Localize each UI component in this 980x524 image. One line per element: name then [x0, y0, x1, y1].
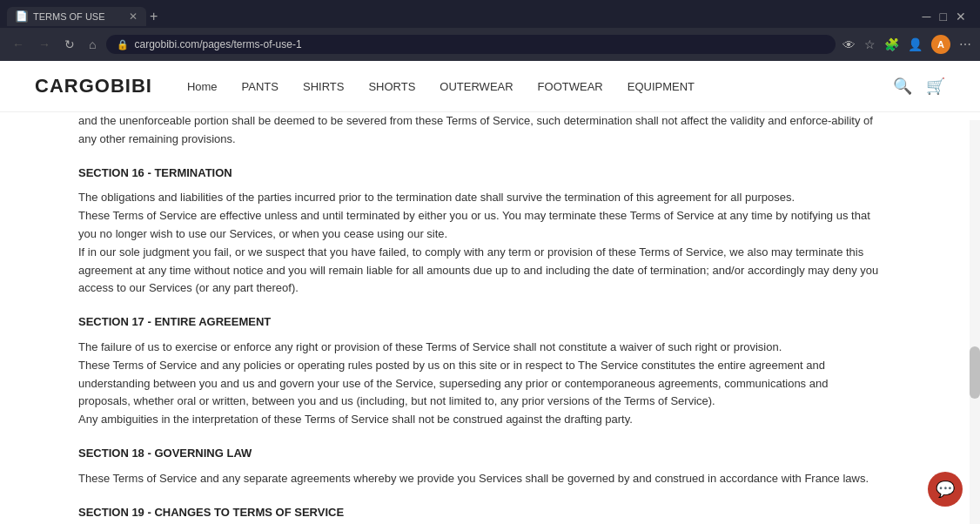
profile-icon[interactable]: 👤: [908, 37, 923, 51]
address-bar[interactable]: 🔒 cargobibi.com/pages/terms-of-use-1: [106, 35, 836, 54]
section-16-text: The obligations and liabilities of the p…: [78, 189, 879, 298]
tab-favicon: 📄: [16, 10, 28, 23]
nav-shorts[interactable]: SHORTS: [368, 80, 415, 93]
restore-button[interactable]: □: [940, 10, 947, 24]
nav-home[interactable]: Home: [187, 80, 218, 93]
scrollbar-thumb[interactable]: [970, 346, 980, 399]
section-17-header: SECTION 17 - ENTIRE AGREEMENT: [78, 313, 879, 332]
section-17-body: The failure of us to exercise or enforce…: [78, 339, 879, 429]
nav-right: 🔍 🛒: [893, 77, 945, 96]
settings-icon[interactable]: ⋯: [959, 37, 971, 51]
section-19-header: SECTION 19 - CHANGES TO TERMS OF SERVICE: [78, 504, 879, 522]
title-bar: 📄 TERMS OF USE ✕ + ─ □ ✕: [0, 0, 980, 28]
browser-tab[interactable]: 📄 TERMS OF USE ✕: [7, 7, 146, 26]
search-icon[interactable]: 🔍: [893, 77, 912, 96]
favorites-icon[interactable]: ☆: [864, 37, 876, 51]
section-17-text: The failure of us to exercise or enforce…: [78, 339, 879, 429]
nav-equipment[interactable]: EQUIPMENT: [628, 80, 695, 93]
minimize-button[interactable]: ─: [923, 10, 931, 24]
url-text: cargobibi.com/pages/terms-of-use-1: [134, 38, 301, 50]
chat-icon-symbol: 💬: [936, 480, 955, 499]
nav-pants[interactable]: PANTS: [242, 80, 279, 93]
home-button[interactable]: ⌂: [85, 36, 99, 53]
forward-button[interactable]: →: [35, 36, 54, 53]
section-18-body: These Terms of Service and any separate …: [78, 470, 879, 488]
cart-icon[interactable]: 🛒: [926, 77, 945, 96]
back-button[interactable]: ←: [9, 36, 28, 53]
nav-shirts[interactable]: SHIRTS: [303, 80, 344, 93]
chat-button[interactable]: 💬: [928, 472, 963, 507]
section-18-header: SECTION 18 - GOVERNING LAW: [78, 445, 879, 463]
section-15-end-text: and the unenforceable portion shall be d…: [78, 112, 879, 149]
nav-footwear[interactable]: FOOTWEAR: [538, 80, 603, 93]
section-16-header: SECTION 16 - TERMINATION: [78, 165, 879, 183]
section-16-body: The obligations and liabilities of the p…: [78, 189, 879, 298]
browser-right-controls: 👁 ☆ 🧩 👤 A ⋯: [842, 35, 971, 54]
extensions-icon[interactable]: 👁: [842, 37, 856, 52]
section-18-text: These Terms of Service and any separate …: [78, 470, 879, 488]
puzzle-icon[interactable]: 🧩: [884, 37, 899, 51]
new-tab-button[interactable]: +: [150, 9, 158, 24]
user-avatar[interactable]: A: [931, 35, 950, 54]
tab-title: TERMS OF USE: [33, 11, 105, 22]
site-nav: CARGOBIBI Home PANTS SHIRTS SHORTS OUTER…: [0, 61, 980, 112]
reload-button[interactable]: ↻: [61, 36, 78, 53]
lock-icon: 🔒: [117, 39, 129, 50]
browser-window: 📄 TERMS OF USE ✕ + ─ □ ✕ ← → ↻ ⌂ 🔒 cargo…: [0, 0, 980, 61]
main-content: and the unenforceable portion shall be d…: [0, 112, 957, 524]
address-bar-row: ← → ↻ ⌂ 🔒 cargobibi.com/pages/terms-of-u…: [0, 28, 980, 61]
scrollbar-track: [970, 120, 980, 524]
tab-close-button[interactable]: ✕: [129, 10, 138, 23]
nav-links: Home PANTS SHIRTS SHORTS OUTERWEAR FOOTW…: [187, 80, 695, 93]
nav-outerwear[interactable]: OUTERWEAR: [440, 80, 513, 93]
close-button[interactable]: ✕: [956, 10, 966, 24]
page-wrapper: CARGOBIBI Home PANTS SHIRTS SHORTS OUTER…: [0, 61, 980, 524]
site-logo[interactable]: CARGOBIBI: [35, 75, 152, 97]
